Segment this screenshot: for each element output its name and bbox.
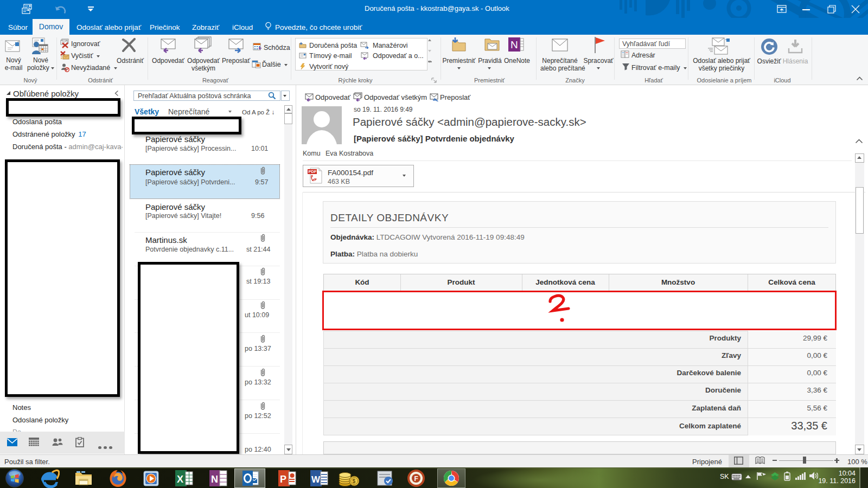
svg-text:P: P xyxy=(280,474,286,485)
svg-text:PDF: PDF xyxy=(309,169,317,174)
svg-text:$: $ xyxy=(353,478,356,484)
svg-text:F: F xyxy=(414,475,418,483)
svg-text:N: N xyxy=(510,39,518,50)
svg-text:X: X xyxy=(177,474,183,485)
svg-text:N: N xyxy=(211,474,218,485)
svg-text:W: W xyxy=(311,474,321,485)
